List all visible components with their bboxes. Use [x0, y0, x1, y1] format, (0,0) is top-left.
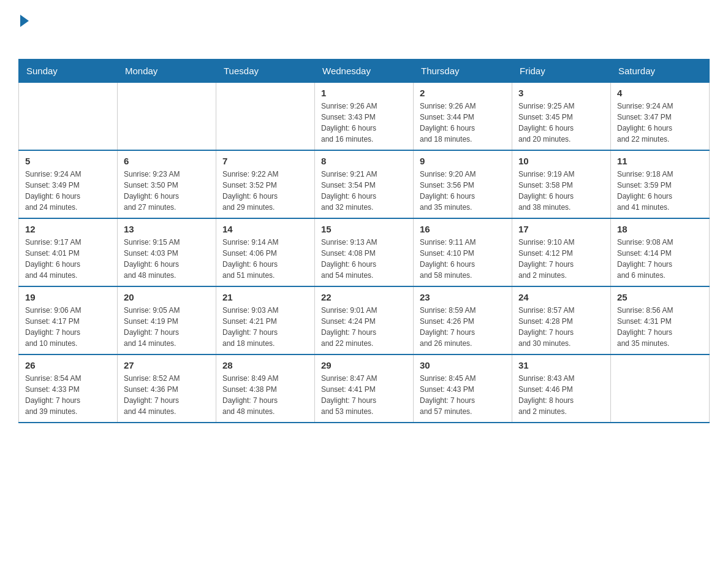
day-number: 19	[25, 292, 111, 302]
weekday-header-sunday: Sunday	[19, 59, 118, 83]
week-row-4: 19Sunrise: 9:06 AM Sunset: 4:17 PM Dayli…	[19, 286, 710, 354]
day-info: Sunrise: 9:22 AM Sunset: 3:52 PM Dayligh…	[222, 169, 308, 213]
calendar-cell: 28Sunrise: 8:49 AM Sunset: 4:38 PM Dayli…	[216, 354, 315, 423]
day-info: Sunrise: 9:05 AM Sunset: 4:19 PM Dayligh…	[124, 305, 210, 349]
day-info: Sunrise: 9:03 AM Sunset: 4:21 PM Dayligh…	[222, 305, 308, 349]
day-info: Sunrise: 9:20 AM Sunset: 3:56 PM Dayligh…	[420, 169, 506, 213]
calendar-cell	[611, 354, 710, 423]
calendar-cell: 2Sunrise: 9:26 AM Sunset: 3:44 PM Daylig…	[414, 83, 512, 151]
weekday-header-tuesday: Tuesday	[216, 59, 315, 83]
week-row-1: 1Sunrise: 9:26 AM Sunset: 3:43 PM Daylig…	[19, 83, 710, 151]
day-number: 17	[518, 224, 604, 234]
calendar-cell: 21Sunrise: 9:03 AM Sunset: 4:21 PM Dayli…	[216, 286, 315, 354]
week-row-2: 5Sunrise: 9:24 AM Sunset: 3:49 PM Daylig…	[19, 150, 710, 218]
calendar-body: 1Sunrise: 9:26 AM Sunset: 3:43 PM Daylig…	[19, 83, 710, 423]
day-number: 22	[321, 292, 407, 302]
day-number: 1	[321, 88, 407, 98]
calendar-table: SundayMondayTuesdayWednesdayThursdayFrid…	[18, 59, 710, 423]
day-info: Sunrise: 9:24 AM Sunset: 3:49 PM Dayligh…	[25, 169, 111, 213]
day-info: Sunrise: 9:24 AM Sunset: 3:47 PM Dayligh…	[617, 101, 703, 145]
day-number: 5	[25, 156, 111, 166]
day-info: Sunrise: 8:49 AM Sunset: 4:38 PM Dayligh…	[222, 373, 308, 417]
day-info: Sunrise: 9:06 AM Sunset: 4:17 PM Dayligh…	[25, 305, 111, 349]
calendar-cell: 10Sunrise: 9:19 AM Sunset: 3:58 PM Dayli…	[512, 150, 611, 218]
calendar-cell: 16Sunrise: 9:11 AM Sunset: 4:10 PM Dayli…	[414, 218, 512, 286]
day-info: Sunrise: 9:13 AM Sunset: 4:08 PM Dayligh…	[321, 237, 407, 281]
calendar-cell: 23Sunrise: 8:59 AM Sunset: 4:26 PM Dayli…	[414, 286, 512, 354]
week-row-3: 12Sunrise: 9:17 AM Sunset: 4:01 PM Dayli…	[19, 218, 710, 286]
day-number: 27	[124, 360, 210, 370]
day-number: 14	[222, 224, 308, 234]
day-number: 16	[420, 224, 506, 234]
day-number: 29	[321, 360, 407, 370]
day-info: Sunrise: 8:54 AM Sunset: 4:33 PM Dayligh…	[25, 373, 111, 417]
calendar-cell: 24Sunrise: 8:57 AM Sunset: 4:28 PM Dayli…	[512, 286, 611, 354]
weekday-header-friday: Friday	[512, 59, 611, 83]
day-info: Sunrise: 9:23 AM Sunset: 3:50 PM Dayligh…	[124, 169, 210, 213]
day-info: Sunrise: 9:26 AM Sunset: 3:44 PM Dayligh…	[420, 101, 506, 145]
calendar-cell: 26Sunrise: 8:54 AM Sunset: 4:33 PM Dayli…	[19, 354, 118, 423]
calendar-cell: 12Sunrise: 9:17 AM Sunset: 4:01 PM Dayli…	[19, 218, 118, 286]
calendar-cell: 13Sunrise: 9:15 AM Sunset: 4:03 PM Dayli…	[118, 218, 216, 286]
calendar-cell: 11Sunrise: 9:18 AM Sunset: 3:59 PM Dayli…	[611, 150, 710, 218]
calendar-cell: 14Sunrise: 9:14 AM Sunset: 4:06 PM Dayli…	[216, 218, 315, 286]
calendar-cell: 27Sunrise: 8:52 AM Sunset: 4:36 PM Dayli…	[118, 354, 216, 423]
day-info: Sunrise: 9:14 AM Sunset: 4:06 PM Dayligh…	[222, 237, 308, 281]
calendar-cell: 25Sunrise: 8:56 AM Sunset: 4:31 PM Dayli…	[611, 286, 710, 354]
calendar-cell	[118, 83, 216, 151]
calendar-cell: 20Sunrise: 9:05 AM Sunset: 4:19 PM Dayli…	[118, 286, 216, 354]
calendar-cell: 8Sunrise: 9:21 AM Sunset: 3:54 PM Daylig…	[315, 150, 414, 218]
day-info: Sunrise: 9:19 AM Sunset: 3:58 PM Dayligh…	[518, 169, 604, 213]
day-info: Sunrise: 9:15 AM Sunset: 4:03 PM Dayligh…	[124, 237, 210, 281]
day-info: Sunrise: 8:59 AM Sunset: 4:26 PM Dayligh…	[420, 305, 506, 349]
calendar-cell: 3Sunrise: 9:25 AM Sunset: 3:45 PM Daylig…	[512, 83, 611, 151]
day-number: 8	[321, 156, 407, 166]
calendar-cell: 30Sunrise: 8:45 AM Sunset: 4:43 PM Dayli…	[414, 354, 512, 423]
day-info: Sunrise: 8:52 AM Sunset: 4:36 PM Dayligh…	[124, 373, 210, 417]
day-number: 31	[518, 360, 604, 370]
week-row-5: 26Sunrise: 8:54 AM Sunset: 4:33 PM Dayli…	[19, 354, 710, 423]
day-number: 25	[617, 292, 703, 302]
calendar-cell: 15Sunrise: 9:13 AM Sunset: 4:08 PM Dayli…	[315, 218, 414, 286]
day-number: 7	[222, 156, 308, 166]
calendar-cell: 6Sunrise: 9:23 AM Sunset: 3:50 PM Daylig…	[118, 150, 216, 218]
day-info: Sunrise: 9:08 AM Sunset: 4:14 PM Dayligh…	[617, 237, 703, 281]
day-info: Sunrise: 8:56 AM Sunset: 4:31 PM Dayligh…	[617, 305, 703, 349]
page-header: ​	[18, 12, 710, 47]
day-info: Sunrise: 8:47 AM Sunset: 4:41 PM Dayligh…	[321, 373, 407, 417]
calendar-cell: 9Sunrise: 9:20 AM Sunset: 3:56 PM Daylig…	[414, 150, 512, 218]
day-info: Sunrise: 9:18 AM Sunset: 3:59 PM Dayligh…	[617, 169, 703, 213]
day-number: 10	[518, 156, 604, 166]
day-number: 2	[420, 88, 506, 98]
day-number: 15	[321, 224, 407, 234]
day-number: 20	[124, 292, 210, 302]
calendar-cell	[19, 83, 118, 151]
day-number: 4	[617, 88, 703, 98]
day-number: 11	[617, 156, 703, 166]
day-info: Sunrise: 9:17 AM Sunset: 4:01 PM Dayligh…	[25, 237, 111, 281]
day-info: Sunrise: 9:01 AM Sunset: 4:24 PM Dayligh…	[321, 305, 407, 349]
day-number: 26	[25, 360, 111, 370]
day-number: 12	[25, 224, 111, 234]
day-number: 9	[420, 156, 506, 166]
day-number: 3	[518, 88, 604, 98]
day-info: Sunrise: 9:10 AM Sunset: 4:12 PM Dayligh…	[518, 237, 604, 281]
weekday-header-wednesday: Wednesday	[315, 59, 414, 83]
day-number: 13	[124, 224, 210, 234]
calendar-cell: 19Sunrise: 9:06 AM Sunset: 4:17 PM Dayli…	[19, 286, 118, 354]
calendar-cell: 7Sunrise: 9:22 AM Sunset: 3:52 PM Daylig…	[216, 150, 315, 218]
logo-arrow-icon	[20, 15, 29, 27]
day-number: 6	[124, 156, 210, 166]
weekday-row: SundayMondayTuesdayWednesdayThursdayFrid…	[19, 59, 710, 83]
day-info: Sunrise: 9:25 AM Sunset: 3:45 PM Dayligh…	[518, 101, 604, 145]
calendar-cell: 1Sunrise: 9:26 AM Sunset: 3:43 PM Daylig…	[315, 83, 414, 151]
day-info: Sunrise: 8:43 AM Sunset: 4:46 PM Dayligh…	[518, 373, 604, 417]
calendar-cell: 31Sunrise: 8:43 AM Sunset: 4:46 PM Dayli…	[512, 354, 611, 423]
day-number: 18	[617, 224, 703, 234]
calendar-cell	[216, 83, 315, 151]
day-number: 24	[518, 292, 604, 302]
weekday-header-thursday: Thursday	[414, 59, 512, 83]
day-number: 23	[420, 292, 506, 302]
calendar-cell: 17Sunrise: 9:10 AM Sunset: 4:12 PM Dayli…	[512, 218, 611, 286]
logo: ​	[18, 12, 29, 47]
